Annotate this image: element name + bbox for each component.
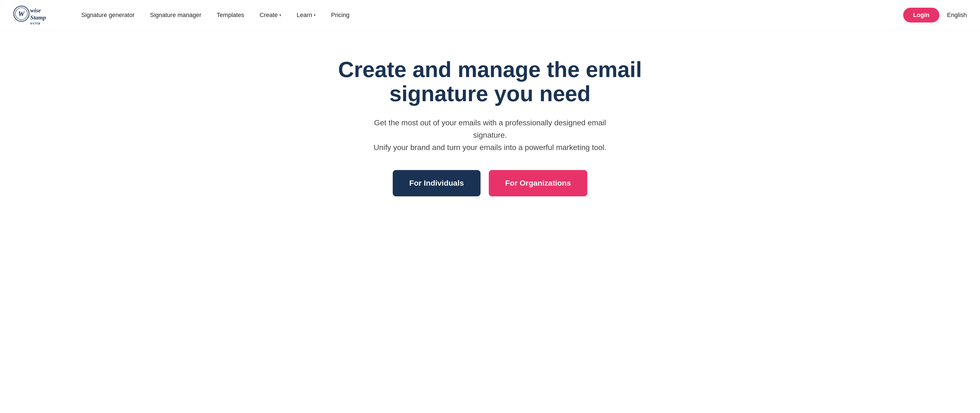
- nav-templates[interactable]: Templates: [209, 11, 252, 19]
- create-chevron-icon: ▾: [279, 13, 281, 17]
- svg-text:Stamp: Stamp: [30, 14, 46, 21]
- nav-pricing[interactable]: Pricing: [323, 11, 357, 19]
- hero-section: Create and manage the email signature yo…: [0, 30, 980, 218]
- nav-signature-generator[interactable]: Signature generator: [73, 11, 142, 19]
- nav-signature-manager[interactable]: Signature manager: [142, 11, 209, 19]
- main-nav: Signature generator Signature manager Te…: [73, 8, 967, 22]
- for-individuals-button[interactable]: For Individuals: [393, 170, 480, 196]
- svg-text:vcita: vcita: [30, 21, 40, 25]
- hero-subtitle: Get the most out of your emails with a p…: [367, 117, 614, 154]
- logo-svg: W wise Stamp vcita: [13, 4, 57, 26]
- learn-chevron-icon: ▾: [314, 13, 316, 17]
- nav-learn[interactable]: Learn ▾: [289, 11, 323, 19]
- hero-cta-buttons: For Individuals For Organizations: [393, 170, 587, 196]
- site-header: W wise Stamp vcita Signature generator S…: [0, 0, 980, 30]
- language-selector[interactable]: English: [947, 11, 967, 19]
- for-organizations-button[interactable]: For Organizations: [489, 170, 587, 196]
- svg-text:W: W: [18, 10, 25, 18]
- nav-create[interactable]: Create ▾: [252, 11, 289, 19]
- hero-title: Create and manage the email signature yo…: [298, 57, 682, 106]
- logo[interactable]: W wise Stamp vcita: [13, 4, 57, 26]
- svg-text:wise: wise: [30, 7, 41, 14]
- login-button[interactable]: Login: [903, 8, 939, 22]
